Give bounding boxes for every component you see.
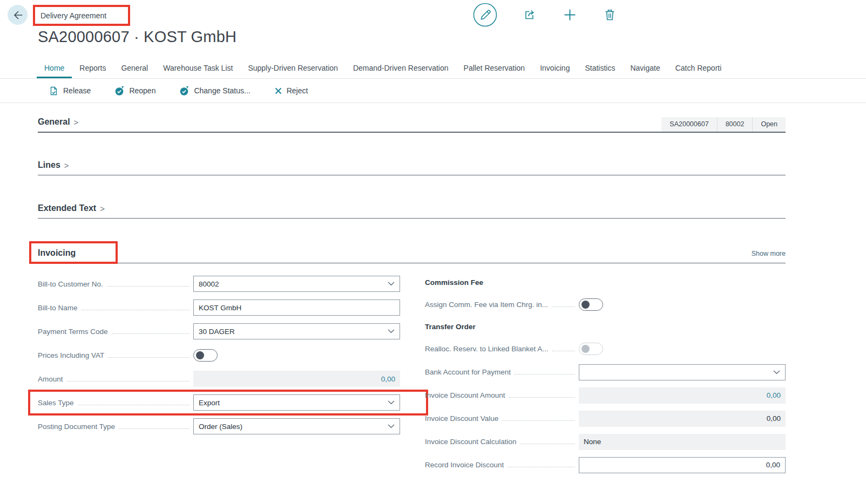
dotted-leader — [508, 462, 575, 467]
tab-demand-driven-reservation[interactable]: Demand-Driven Reservation — [346, 64, 456, 78]
field-row-sales-type: Sales Type Export — [38, 391, 400, 414]
assign-comm-fee-toggle[interactable] — [579, 298, 603, 311]
release-button[interactable]: Release — [49, 86, 91, 96]
badge-status: Open — [752, 117, 786, 132]
invoice-discount-calculation-label: Invoice Discount Calculation — [425, 438, 517, 446]
section-header-invoicing[interactable]: Invoicing Show more — [38, 248, 786, 263]
lines-section-title: Lines — [38, 160, 60, 170]
amount-value[interactable]: 0,00 — [198, 375, 395, 383]
change-status-button[interactable]: Change Status... — [179, 86, 250, 96]
tab-pallet-reservation[interactable]: Pallet Reservation — [456, 64, 533, 78]
dotted-leader — [112, 329, 190, 334]
invoicing-fields: Bill-to Customer No. 80002 Bill-to Name … — [38, 272, 786, 476]
reject-button[interactable]: Reject — [274, 86, 308, 95]
chevron-down-icon[interactable] — [388, 400, 395, 405]
dotted-leader — [107, 282, 190, 287]
chevron-down-icon[interactable] — [388, 329, 395, 333]
tab-warehouse-task-list[interactable]: Warehouse Task List — [155, 64, 240, 78]
bill-to-name-value: KOST GmbH — [199, 304, 395, 312]
invoice-discount-amount-field: 0,00 — [579, 387, 786, 404]
field-row-realloc-reserv: Realloc. Reserv. to Linked Blanket A... — [425, 337, 786, 360]
reopen-button[interactable]: Reopen — [114, 86, 155, 96]
plus-icon — [563, 8, 577, 22]
share-button[interactable] — [523, 8, 537, 22]
posting-document-type-label: Posting Document Type — [38, 423, 115, 431]
invoicing-section-title: Invoicing — [38, 248, 76, 258]
sales-type-value: Export — [199, 399, 384, 407]
field-row-bill-to-name: Bill-to Name KOST GmbH — [38, 296, 400, 319]
toggle-knob — [581, 345, 590, 353]
chevron-right-icon: > — [74, 118, 79, 127]
section-header-general[interactable]: General> SA20000607 80002 Open — [38, 117, 786, 133]
tab-supply-driven-reservation[interactable]: Supply-Driven Reservation — [240, 64, 346, 78]
invoice-discount-calculation-value: None — [584, 438, 781, 446]
field-row-bill-to-customer-no: Bill-to Customer No. 80002 — [38, 272, 400, 296]
group-heading-transfer-order: Transfer Order — [425, 316, 786, 337]
delete-button[interactable] — [603, 8, 617, 22]
tab-statistics[interactable]: Statistics — [577, 64, 623, 78]
change-status-label: Change Status... — [194, 86, 250, 95]
realloc-reserv-label: Realloc. Reserv. to Linked Blanket A... — [425, 345, 549, 353]
page-header: Delivery Agreement SA20000607 · KOST Gmb… — [0, 0, 866, 56]
sales-type-field[interactable]: Export — [193, 394, 400, 411]
prices-including-vat-toggle[interactable] — [193, 349, 218, 362]
show-more-link[interactable]: Show more — [752, 250, 786, 263]
field-row-prices-including-vat: Prices Including VAT — [38, 343, 400, 367]
payment-terms-code-field[interactable]: 30 DAGER — [193, 323, 400, 339]
record-invoice-discount-value: 0,00 — [584, 461, 780, 469]
bill-to-name-label: Bill-to Name — [38, 304, 78, 312]
toggle-knob — [581, 301, 590, 309]
invoicing-left-column: Bill-to Customer No. 80002 Bill-to Name … — [38, 272, 400, 476]
badge-customer-no: 80002 — [717, 117, 753, 132]
page-caption: Delivery Agreement — [40, 11, 106, 20]
circle-check-icon — [179, 86, 190, 96]
reject-label: Reject — [287, 86, 308, 95]
section-header-lines[interactable]: Lines> — [38, 160, 786, 175]
general-summary-badges: SA20000607 80002 Open — [661, 117, 786, 132]
dotted-leader — [78, 400, 190, 405]
edit-button[interactable] — [473, 3, 497, 27]
dotted-leader — [509, 393, 575, 398]
amount-field: 0,00 — [193, 371, 400, 387]
dotted-leader — [552, 346, 575, 351]
trash-icon — [603, 8, 617, 22]
dotted-leader — [119, 424, 190, 429]
group-heading-commission-fee: Commission Fee — [425, 272, 786, 293]
share-icon — [523, 8, 537, 22]
bank-account-for-payment-field[interactable] — [579, 364, 786, 380]
section-header-extended-text[interactable]: Extended Text> — [38, 203, 786, 219]
badge-document-no: SA20000607 — [661, 117, 716, 132]
bill-to-name-field[interactable]: KOST GmbH — [193, 299, 400, 316]
bank-account-for-payment-label: Bank Account for Payment — [425, 368, 511, 376]
invoice-discount-value-field: 0,00 — [579, 411, 786, 427]
tab-invoicing[interactable]: Invoicing — [532, 64, 577, 78]
card-content: General> SA20000607 80002 Open Lines> Ex… — [38, 117, 786, 476]
delivery-agreement-page: Delivery Agreement SA20000607 · KOST Gmb… — [0, 0, 866, 476]
payment-terms-code-value: 30 DAGER — [199, 328, 384, 336]
chevron-down-icon[interactable] — [773, 370, 780, 374]
circle-check-icon — [114, 86, 125, 96]
back-button[interactable] — [8, 5, 28, 25]
arrow-left-icon — [12, 9, 24, 21]
tab-catch-reporting[interactable]: Catch Reporti — [668, 64, 729, 78]
dotted-leader — [82, 305, 190, 310]
tab-general[interactable]: General — [113, 64, 155, 78]
new-button[interactable] — [563, 8, 577, 22]
record-invoice-discount-field[interactable]: 0,00 — [579, 457, 786, 473]
tab-navigate[interactable]: Navigate — [623, 64, 667, 78]
tab-home[interactable]: Home — [37, 64, 72, 78]
dotted-leader — [502, 416, 575, 421]
field-row-invoice-discount-value: Invoice Discount Value 0,00 — [425, 407, 786, 430]
posting-document-type-field[interactable]: Order (Sales) — [193, 418, 400, 434]
bill-to-customer-no-field[interactable]: 80002 — [193, 276, 400, 292]
extended-text-section-title: Extended Text — [38, 203, 96, 213]
tab-reports[interactable]: Reports — [72, 64, 113, 78]
sales-type-label: Sales Type — [38, 399, 74, 407]
dotted-leader — [552, 302, 575, 307]
chevron-down-icon[interactable] — [388, 424, 395, 428]
release-label: Release — [63, 86, 91, 95]
chevron-right-icon: > — [100, 204, 105, 213]
general-section-title: General — [38, 117, 70, 127]
chevron-down-icon[interactable] — [388, 282, 395, 286]
invoice-discount-amount-value[interactable]: 0,00 — [584, 391, 781, 399]
